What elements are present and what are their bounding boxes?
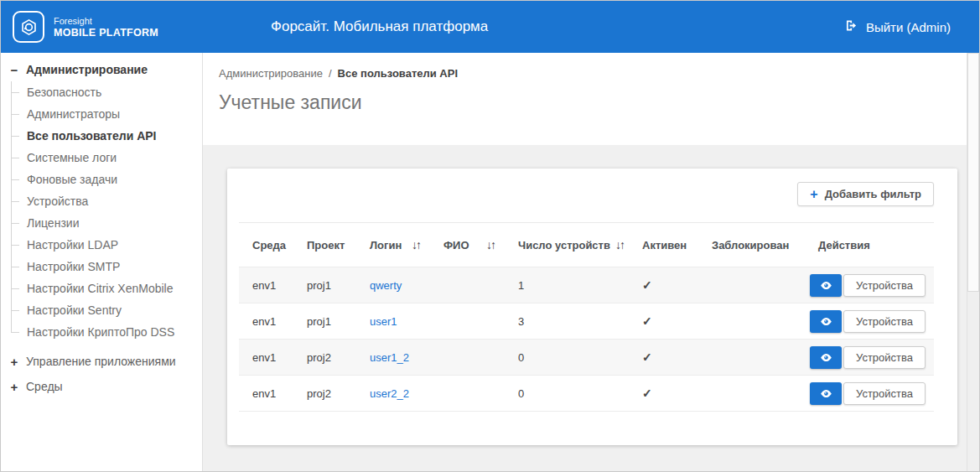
main-content: Администрирование / Все пользователи API… [203,53,967,471]
column-header: Активен [629,223,698,267]
sidebar-item[interactable]: Устройства [1,190,202,212]
foresight-logo-icon [13,11,44,43]
sidebar-item-label: Настройки Sentry [27,303,122,317]
sidebar-item[interactable]: Все пользователи API [1,125,202,147]
sidebar-item[interactable]: Администраторы [1,103,202,125]
scrollbar-thumb[interactable] [967,53,979,292]
column-label: ФИО [443,239,469,252]
expand-icon[interactable]: + [8,380,21,394]
logo: Foresight MOBILE PLATFORM [13,11,158,43]
table-row: env1proj1user13✓Устройства [239,303,934,340]
view-user-button[interactable] [810,310,842,333]
devices-button[interactable]: Устройства [843,274,926,297]
view-user-button[interactable] [810,274,842,297]
sidebar: − Администрирование БезопасностьАдминист… [1,53,203,471]
sidebar-section-environments[interactable]: + Среды [1,375,202,398]
app-header: Foresight MOBILE PLATFORM Форсайт. Мобил… [1,1,979,53]
sidebar-item[interactable]: Безопасность [1,81,202,103]
cell-env: env1 [239,267,293,303]
column-label: Среда [252,239,286,252]
cell-blocked [698,303,805,340]
column-header: ФИО↓↑ [430,223,505,267]
sidebar-item-label: Администраторы [27,107,120,121]
view-user-button[interactable] [810,382,842,405]
add-filter-label: Добавить фильтр [825,188,921,200]
column-header: Действия [805,223,934,267]
check-icon: ✓ [642,278,652,292]
app-window: Foresight MOBILE PLATFORM Форсайт. Мобил… [0,0,980,472]
column-label: Проект [307,239,345,252]
cell-blocked [698,340,805,376]
sidebar-item-label: Безопасность [27,86,101,99]
check-icon: ✓ [642,350,652,364]
sort-icon[interactable]: ↓↑ [481,238,498,252]
sidebar-item[interactable]: Настройки Citrix XenMobile [1,277,202,299]
cell-actions: Устройства [805,267,934,303]
breadcrumb: Администрирование / Все пользователи API [219,67,967,80]
devices-button[interactable]: Устройства [843,310,926,333]
sidebar-item[interactable]: Настройки LDAP [1,234,202,256]
accounts-table: СредаПроектЛогин↓↑ФИО↓↑Число устройств↓↑… [239,223,934,412]
sidebar-item[interactable]: Настройки Sentry [1,299,202,321]
table-body: env1proj1qwerty1✓Устройстваenv1proj1user… [239,267,934,412]
card-toolbar: + Добавить фильтр [239,169,934,223]
check-icon: ✓ [642,314,652,328]
row-actions: Устройства [810,274,927,297]
breadcrumb-current: Все пользователи API [338,67,458,80]
cell-fio [430,267,505,303]
sort-icon[interactable]: ↓↑ [407,238,423,252]
login-link[interactable]: user1_2 [370,351,409,364]
table-row: env1proj2user1_20✓Устройства [239,340,934,376]
cell-project: proj1 [293,267,356,303]
page-title: Учетные записи [219,91,967,114]
cell-fio [430,303,505,340]
sidebar-item-label: Все пользователи API [27,129,156,143]
sidebar-item[interactable]: Лицензии [1,212,202,234]
eye-icon [819,386,833,401]
breadcrumb-item[interactable]: Администрирование [219,67,323,80]
body: − Администрирование БезопасностьАдминист… [1,53,979,471]
vertical-scrollbar[interactable] [967,53,979,471]
cell-device-count: 3 [505,303,629,340]
cell-fio [430,376,505,412]
view-user-button[interactable] [810,346,842,369]
login-link[interactable]: qwerty [370,279,402,292]
collapse-icon[interactable]: − [8,63,21,77]
column-header: Среда [239,223,293,267]
devices-button[interactable]: Устройства [843,346,926,369]
sidebar-item[interactable]: Настройки КриптоПро DSS [1,321,202,343]
cell-env: env1 [239,340,293,376]
check-icon: ✓ [642,386,652,400]
cell-actions: Устройства [805,303,934,340]
sidebar-item[interactable]: Системные логи [1,147,202,169]
expand-icon[interactable]: + [8,355,21,369]
logout-button[interactable]: Выйти (Admin) [844,18,951,35]
accounts-card: + Добавить фильтр СредаПроектЛогин↓↑ФИО↓… [227,169,957,445]
column-label: Логин [370,239,402,252]
column-label: Заблокирован [712,239,789,252]
login-link[interactable]: user2_2 [370,387,409,400]
column-header: Число устройств↓↑ [505,223,629,267]
logout-icon [844,18,858,35]
plus-icon: + [810,187,817,202]
cell-device-count: 0 [505,340,629,376]
cell-project: proj1 [293,303,356,340]
breadcrumb-separator: / [329,67,332,80]
cell-actions: Устройства [805,376,934,412]
logo-brand: Foresight [54,15,158,27]
sidebar-section-administration[interactable]: − Администрирование [1,58,202,81]
add-filter-button[interactable]: + Добавить фильтр [797,182,934,206]
row-actions: Устройства [810,346,927,369]
row-actions: Устройства [810,382,927,405]
sidebar-section-app-management[interactable]: + Управление приложениями [1,350,202,373]
eye-icon [819,278,833,293]
sidebar-item[interactable]: Фоновые задачи [1,169,202,190]
devices-button[interactable]: Устройства [843,382,926,405]
sidebar-item[interactable]: Настройки SMTP [1,256,202,277]
page-head: Администрирование / Все пользователи API… [203,53,967,145]
column-header: Проект [293,223,356,267]
sidebar-children: БезопасностьАдминистраторыВсе пользовате… [1,81,202,343]
login-link[interactable]: user1 [370,315,397,328]
sidebar-item-label: Настройки Citrix XenMobile [27,282,173,295]
sort-icon[interactable]: ↓↑ [610,238,627,252]
